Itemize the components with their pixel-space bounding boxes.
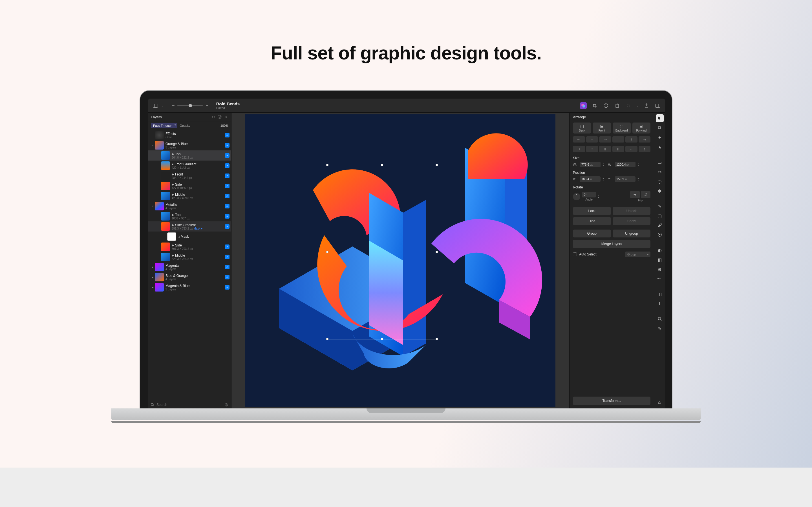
layer-row[interactable]: ◆Side891.3 × 793.2 px✓ bbox=[148, 242, 231, 252]
y-field[interactable]: 15.09 in bbox=[615, 176, 636, 182]
height-stepper[interactable]: ▲▼ bbox=[637, 163, 641, 166]
layer-row[interactable]: ◆Top564.8 × 222.2 px✓ bbox=[148, 151, 231, 161]
align-top-icon[interactable]: ⫠ bbox=[612, 136, 624, 143]
visibility-checkbox[interactable]: ✓ bbox=[225, 255, 230, 259]
height-field[interactable]: 1200.4 px bbox=[615, 162, 636, 167]
flip-vertical-button[interactable]: ⇵ bbox=[641, 191, 651, 198]
lasso-tool-icon[interactable]: ◌ bbox=[656, 177, 664, 185]
visibility-checkbox[interactable]: ✓ bbox=[225, 204, 230, 209]
help-icon[interactable]: ☺ bbox=[656, 399, 664, 407]
zoom-minus-icon[interactable]: − bbox=[172, 103, 174, 108]
angle-field[interactable]: 0° bbox=[582, 192, 596, 198]
disclosure-triangle-icon[interactable]: ▸ bbox=[151, 286, 155, 289]
visibility-checkbox[interactable]: ✓ bbox=[225, 133, 230, 137]
visibility-checkbox[interactable]: ✓ bbox=[225, 244, 230, 249]
visibility-checkbox[interactable]: ✓ bbox=[225, 184, 230, 188]
disclosure-triangle-icon[interactable]: ▸ bbox=[151, 266, 155, 269]
distribute-h-icon[interactable]: ⇿ bbox=[573, 146, 585, 152]
pen-tool-icon[interactable]: ✎ bbox=[656, 202, 664, 210]
canvas-area[interactable] bbox=[232, 113, 569, 408]
layer-row[interactable]: ▸Magenta & Blue3 Layers✓ bbox=[148, 282, 231, 292]
layer-row[interactable]: ▸Blue & Orange4 Layers✓ bbox=[148, 272, 231, 282]
smudge-tool-icon[interactable]: 〰 bbox=[656, 275, 664, 283]
filter-icon[interactable] bbox=[224, 403, 229, 407]
chevron-down-icon[interactable]: ⌄ bbox=[161, 104, 164, 107]
layer-row[interactable]: EffectsGrain✓ bbox=[148, 130, 231, 140]
visibility-checkbox[interactable]: ✓ bbox=[225, 224, 230, 229]
send-back-button[interactable]: ▢Back bbox=[573, 122, 591, 133]
layer-search-input[interactable] bbox=[156, 403, 223, 407]
x-stepper[interactable]: ▲▼ bbox=[602, 177, 606, 181]
unlock-button[interactable]: Unlock bbox=[613, 207, 651, 215]
add-layer-icon[interactable]: ⊕ bbox=[223, 114, 229, 119]
sidebar-toggle-icon[interactable] bbox=[152, 102, 159, 109]
distribute-spacing-v-icon[interactable]: ⫼ bbox=[612, 146, 624, 152]
layer-row[interactable]: ◆Top1008 × 967 px✓ bbox=[148, 211, 231, 221]
color-adjustments-icon[interactable] bbox=[580, 102, 587, 109]
type-tool-icon[interactable]: T bbox=[656, 300, 664, 307]
x-field[interactable]: 16.94 in bbox=[580, 176, 601, 182]
crop-tool-icon[interactable]: ✂ bbox=[656, 168, 664, 176]
eraser-tool-icon[interactable]: ◫ bbox=[656, 290, 664, 298]
visibility-checkbox[interactable]: ✓ bbox=[225, 153, 230, 158]
inspector-toggle-icon[interactable] bbox=[654, 102, 661, 109]
layer-row[interactable]: □Mask bbox=[148, 231, 231, 242]
group-button[interactable]: Group bbox=[573, 230, 611, 237]
match-height-icon[interactable]: ↨ bbox=[639, 146, 651, 152]
y-stepper[interactable]: ▲▼ bbox=[637, 177, 641, 181]
share-icon[interactable] bbox=[643, 102, 650, 109]
auto-select-checkbox[interactable] bbox=[573, 252, 577, 256]
align-left-icon[interactable]: ⟜ bbox=[573, 136, 585, 143]
canvas[interactable] bbox=[245, 114, 555, 407]
ungroup-button[interactable]: Ungroup bbox=[613, 230, 651, 237]
clone-tool-icon[interactable]: ⊕ bbox=[656, 265, 664, 273]
bring-forward-button[interactable]: ▣Forward bbox=[632, 122, 651, 133]
align-center-h-icon[interactable]: ⫟ bbox=[586, 136, 598, 143]
gradient-tool-icon[interactable]: ◧ bbox=[656, 256, 664, 264]
disclosure-triangle-icon[interactable]: ▾ bbox=[151, 205, 155, 208]
marquee-tool-icon[interactable]: ▭ bbox=[656, 158, 664, 166]
distribute-spacing-h-icon[interactable]: ⫼ bbox=[599, 146, 611, 152]
visibility-checkbox[interactable]: ✓ bbox=[225, 214, 230, 219]
disclosure-triangle-icon[interactable]: ▸ bbox=[151, 276, 155, 279]
zoom-slider[interactable] bbox=[177, 105, 203, 106]
collapse-all-icon[interactable]: ⊖ bbox=[211, 114, 216, 119]
visibility-checkbox[interactable]: ✓ bbox=[225, 285, 230, 290]
layer-row[interactable]: ◆Middle423.3 × 499.8 px✓ bbox=[148, 191, 231, 201]
quick-edit-tool-icon[interactable]: ✎ bbox=[656, 325, 664, 332]
align-bottom-icon[interactable]: ⫬ bbox=[639, 136, 651, 143]
send-backward-button[interactable]: ▢Backward bbox=[613, 122, 631, 133]
zoom-plus-icon[interactable]: + bbox=[206, 103, 208, 108]
effects-icon[interactable] bbox=[625, 102, 632, 109]
eyedropper-tool-icon[interactable]: ⦿ bbox=[656, 231, 664, 239]
disclosure-triangle-icon[interactable]: ▾ bbox=[151, 144, 155, 147]
layer-row[interactable]: ▾Orange & Blue5 Layers✓ bbox=[148, 140, 231, 151]
bring-front-button[interactable]: ▣Front bbox=[593, 122, 611, 133]
layer-row[interactable]: ◆Side427 × 1036.6 px✓ bbox=[148, 181, 231, 191]
visibility-checkbox[interactable]: ✓ bbox=[225, 143, 230, 148]
layer-options-icon[interactable] bbox=[217, 114, 222, 119]
layer-row[interactable]: ■Front Gradient420 × 1142 px✓ bbox=[148, 161, 231, 171]
visibility-checkbox[interactable]: ✓ bbox=[225, 265, 230, 269]
auto-select-dropdown[interactable]: Group bbox=[625, 251, 651, 257]
style-tool-icon[interactable]: ✦ bbox=[656, 133, 664, 142]
distribute-v-icon[interactable]: ↕ bbox=[586, 146, 598, 152]
width-stepper[interactable]: ▲▼ bbox=[602, 163, 606, 166]
flip-horizontal-button[interactable]: ⇋ bbox=[630, 191, 640, 198]
align-right-icon[interactable]: ⟞ bbox=[599, 136, 611, 143]
layer-row[interactable]: ◆Side Gradient891.3 × 793.2 px Mask ▾✓ bbox=[148, 221, 231, 231]
rotate-knob[interactable] bbox=[573, 193, 580, 200]
angle-stepper[interactable]: ▲▼ bbox=[598, 194, 602, 199]
layer-row[interactable]: ◆Front284.7 × 1142 px✓ bbox=[148, 171, 231, 181]
layer-row[interactable]: ▾Metallic4 Layers✓ bbox=[148, 201, 231, 211]
brush-tool-icon[interactable]: 🖌 bbox=[656, 221, 664, 229]
arrange-tool-icon[interactable]: ⧉ bbox=[656, 124, 664, 132]
width-field[interactable]: 776.6 px bbox=[580, 162, 601, 167]
info-icon[interactable] bbox=[603, 102, 609, 109]
blend-mode-select[interactable]: Pass Through bbox=[151, 123, 177, 128]
lock-button[interactable]: Lock bbox=[573, 207, 611, 215]
selection-bounds[interactable] bbox=[327, 165, 437, 339]
layer-row[interactable]: ▸Magenta4 Layers✓ bbox=[148, 262, 231, 272]
shape-tool-icon[interactable]: ▢ bbox=[656, 212, 664, 220]
opacity-value[interactable]: 100% bbox=[220, 124, 229, 127]
